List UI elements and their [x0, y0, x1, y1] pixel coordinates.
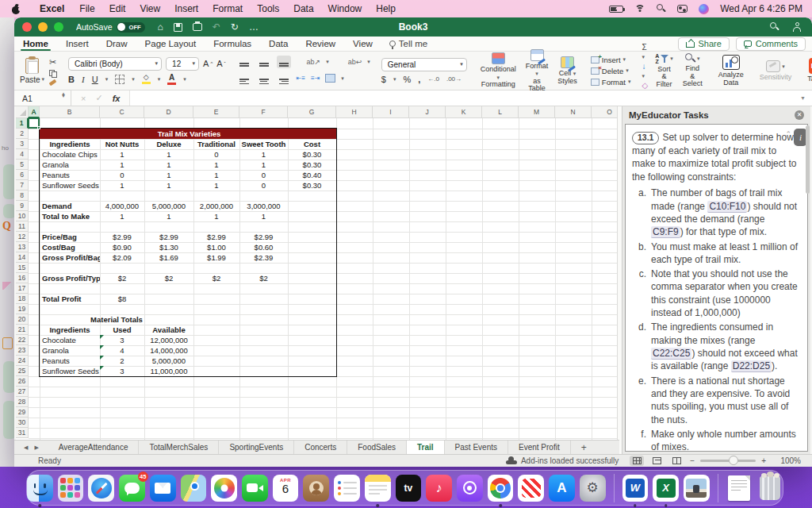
cell-G4[interactable]: $0.30 [288, 149, 336, 160]
dock-excel-icon[interactable]: X [653, 475, 679, 502]
find-select-button[interactable]: ▾ Find &Select [680, 53, 705, 87]
cell-F3[interactable]: Sweet Tooth [239, 139, 288, 149]
column-header-M[interactable]: M [519, 106, 555, 118]
page-break-view-button[interactable] [669, 456, 684, 466]
increase-font-button[interactable]: A^ [203, 59, 213, 68]
cell-B16[interactable]: Gross Profit/Type [40, 273, 100, 283]
row-header-19[interactable]: 19 [16, 304, 29, 314]
column-header-F[interactable]: F [239, 106, 288, 118]
cell-D7[interactable]: 1 [144, 180, 193, 190]
cell-C24[interactable]: 2 [100, 356, 144, 366]
row-header-15[interactable]: 15 [16, 263, 29, 273]
font-name-select[interactable]: Calibri (Body) [68, 57, 162, 71]
spreadsheet-grid[interactable]: ABCDEFGHIJKLMNO1234567891011121314151617… [16, 106, 617, 440]
dock-news-icon[interactable] [518, 475, 544, 502]
cell-B25[interactable]: Sunflower Seeds [40, 366, 100, 376]
column-header-N[interactable]: N [555, 106, 592, 118]
row-header-4[interactable]: 4 [16, 149, 29, 160]
cell-B9[interactable]: Demand [40, 201, 100, 211]
menu-item-tools[interactable]: Tools [250, 3, 286, 14]
cell-B2[interactable]: Trail Mix Varieties [40, 129, 336, 139]
cell-F13[interactable]: $0.60 [239, 242, 288, 252]
menu-item-edit[interactable]: Edit [102, 3, 133, 14]
row-header-12[interactable]: 12 [16, 232, 29, 242]
decrease-decimal-button[interactable]: .00→ [446, 75, 462, 83]
cell-B7[interactable]: Sunflower Seeds [40, 180, 100, 190]
column-header-K[interactable]: K [446, 106, 482, 118]
apple-menu-icon[interactable] [11, 4, 21, 14]
cell-E4[interactable]: 0 [193, 149, 239, 160]
cell-E3[interactable]: Traditional [193, 139, 239, 149]
paste-button[interactable]: Paste▾ [20, 58, 44, 84]
menu-item-data[interactable]: Data [286, 3, 320, 14]
battery-icon[interactable] [609, 6, 623, 13]
next-sheet-icon[interactable]: ▶ [34, 444, 38, 451]
cell-D23[interactable]: 14,000,000 [144, 345, 193, 356]
cell-B5[interactable]: Granola [40, 160, 100, 170]
fill-button[interactable]: ↓ ▾ [642, 62, 648, 79]
ribbon-tab-home[interactable]: Home [14, 37, 57, 51]
menu-item-format[interactable]: Format [205, 3, 250, 14]
comments-button[interactable]: Comments [736, 37, 806, 51]
cell-styles-button[interactable]: Cell ▾Styles [555, 56, 580, 85]
collapse-chevron-icon[interactable]: ⌃ [785, 130, 791, 138]
cell-E6[interactable]: 1 [193, 170, 239, 180]
cell-E10[interactable]: 1 [193, 211, 239, 221]
menu-item-insert[interactable]: Insert [167, 3, 205, 14]
ribbon-tab-review[interactable]: Review [297, 37, 344, 51]
cell-B23[interactable]: Granola [40, 345, 100, 356]
cell-D9[interactable]: 5,000,000 [144, 201, 193, 211]
range-reference[interactable]: C22:C25 [651, 348, 691, 360]
ribbon-tab-view[interactable]: View [344, 37, 381, 51]
spotlight-search-icon[interactable] [657, 4, 666, 13]
cell-F5[interactable]: 1 [239, 160, 288, 170]
menu-item-excel[interactable]: Excel [32, 3, 72, 14]
dock-messages-icon[interactable]: 45 [119, 475, 145, 502]
fill-color-button[interactable]: ◇ [142, 74, 151, 84]
row-header-3[interactable]: 3 [16, 139, 29, 149]
cell-B3[interactable]: Ingredients [40, 139, 100, 149]
siri-icon[interactable] [699, 4, 709, 14]
dock-photos-icon[interactable] [211, 475, 237, 502]
italic-button[interactable]: I [82, 75, 85, 84]
decrease-indent-button[interactable]: ⇤≡ [297, 75, 305, 82]
cut-button[interactable]: ✂ [49, 58, 57, 67]
row-header-27[interactable]: 27 [16, 387, 29, 397]
cell-B13[interactable]: Cost/Bag [40, 242, 100, 252]
comma-style-button[interactable]: , [418, 75, 420, 84]
print-icon[interactable] [193, 23, 202, 31]
insert-function-icon[interactable]: fx [113, 94, 121, 103]
cell-B24[interactable]: Peanuts [40, 356, 100, 366]
row-header-29[interactable]: 29 [16, 407, 29, 418]
cell-C23[interactable]: 4 [100, 345, 144, 356]
cell-B21[interactable]: Ingredients [40, 325, 100, 335]
cell-C6[interactable]: 0 [100, 170, 144, 180]
cell-D25[interactable]: 11,000,000 [144, 366, 193, 376]
dock-mail-icon[interactable] [150, 475, 176, 502]
align-top-button[interactable] [237, 56, 251, 68]
page-layout-view-button[interactable] [649, 456, 664, 466]
wrap-text-button[interactable]: ab↩ [348, 58, 362, 66]
menu-item-file[interactable]: File [72, 3, 102, 14]
analyze-data-button[interactable]: AnalyzeData [716, 55, 746, 87]
sort-filter-button[interactable]: AZ▾ Sort &Filter [653, 53, 676, 88]
range-reference[interactable]: C9:F9 [651, 226, 680, 238]
formula-bar-expand-icon[interactable]: ▼ [800, 95, 806, 101]
format-painter-button[interactable] [49, 79, 57, 85]
cell-G6[interactable]: $0.40 [288, 170, 336, 180]
cell-B4[interactable]: Chocolate Chips [40, 149, 100, 160]
sheet-tab-event-profit[interactable]: Event Profit [508, 441, 571, 454]
zoom-window-button[interactable] [54, 22, 63, 32]
confirm-entry-icon[interactable]: ✓ [95, 93, 102, 103]
cell-D6[interactable]: 1 [144, 170, 193, 180]
cell-F9[interactable]: 3,000,000 [239, 201, 288, 211]
row-header-23[interactable]: 23 [16, 345, 29, 356]
close-panel-icon[interactable]: ✕ [795, 110, 804, 120]
dock-maps-icon[interactable] [181, 475, 207, 502]
cancel-entry-icon[interactable]: × [81, 94, 86, 103]
row-header-20[interactable]: 20 [16, 314, 29, 325]
cell-B22[interactable]: Chocolate [40, 335, 100, 345]
cell-B14[interactable]: Gross Profit/Bag [40, 252, 100, 263]
account-icon[interactable] [792, 22, 802, 32]
row-header-1[interactable]: 1 [16, 118, 29, 129]
